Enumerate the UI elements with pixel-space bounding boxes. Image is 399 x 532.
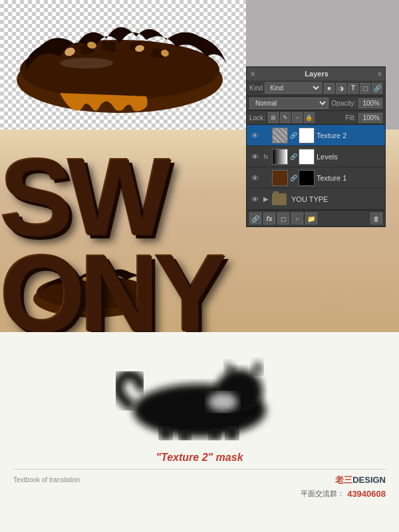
brand-block: 老三DESIGN <box>335 474 386 486</box>
brand-name: 老三 <box>335 475 352 485</box>
layer-eye-texture1[interactable]: 👁 <box>249 173 260 183</box>
filter-icons: ■ ◑ T ▢ 🔗 <box>324 83 382 94</box>
delete-layer-btn[interactable]: 🗑 <box>370 213 382 224</box>
add-mask-btn[interactable]: ◻ <box>277 213 289 224</box>
layer-expand-youtype[interactable]: ▶ <box>262 194 270 205</box>
opacity-label: Opacity: <box>331 100 356 107</box>
layer-mask-texture2 <box>299 128 315 143</box>
caption-row: "Texture 2" mask <box>13 452 386 464</box>
layer-link-texture2[interactable]: 🔗 <box>290 130 297 141</box>
blend-mode-row: Normal Opacity: 100% <box>247 96 385 111</box>
lock-icons: ⊞ ✎ ↔ 🔒 <box>268 112 315 123</box>
blend-mode-dropdown[interactable]: Normal <box>249 98 329 109</box>
section-divider <box>13 469 386 470</box>
layer-name-youtype: YOU TYPE <box>291 195 382 203</box>
wechat-label: 平面交流群： <box>301 489 344 499</box>
svg-marker-23 <box>251 359 263 374</box>
layer-thumb-texture2 <box>272 128 288 143</box>
layer-thumb-levels <box>272 149 288 165</box>
wechat-row: 平面交流群： 43940608 <box>13 489 386 499</box>
mask-canvas <box>93 347 306 440</box>
layers-panel: ✕ Layers ≡ Kind Kind ■ ◑ T ▢ 🔗 Normal Op… <box>246 66 386 227</box>
canvas-area: SW ONY ✕ Layers ≡ Kind Kind ■ ◑ T ▢ 🔗 <box>0 0 399 332</box>
add-group-btn[interactable]: 📁 <box>305 213 317 224</box>
fill-value[interactable]: 100% <box>358 113 382 123</box>
layer-row-texture1[interactable]: 👁 🔗 Texture 1 <box>247 167 385 189</box>
layer-folder-icon-youtype <box>272 193 287 205</box>
layer-row-texture2[interactable]: 👁 🔗 Texture 2 <box>247 125 385 146</box>
footer-row: Textbook of translation 老三DESIGN <box>13 474 386 486</box>
panel-close-icon[interactable]: ✕ <box>250 70 255 78</box>
candy-bar-image <box>7 7 233 123</box>
wechat-number: 43940608 <box>347 489 386 499</box>
layer-name-levels: Levels <box>317 153 382 161</box>
brand-suffix: DESIGN <box>352 475 386 485</box>
layer-row-youtype[interactable]: 👁 ▶ YOU TYPE <box>247 189 385 210</box>
link-layers-btn[interactable]: 🔗 <box>249 213 261 224</box>
lock-transparent-btn[interactable]: ⊞ <box>268 112 279 123</box>
lock-label: Lock: <box>249 114 265 122</box>
layer-thumb-texture1 <box>272 170 288 186</box>
mask-caption: "Texture 2" mask <box>156 452 243 464</box>
svg-point-24 <box>208 393 237 411</box>
filter-pixel-btn[interactable]: ■ <box>324 83 334 94</box>
lock-move-btn[interactable]: ↔ <box>292 112 303 123</box>
layer-chain-texture1 <box>262 173 270 183</box>
add-style-btn[interactable]: fx <box>263 213 275 224</box>
info-section: "Texture 2" mask Textbook of translation… <box>0 332 399 532</box>
layer-eye-texture2[interactable]: 👁 <box>249 130 260 141</box>
layer-chain-levels: fx <box>262 151 270 162</box>
layer-link-levels[interactable]: 🔗 <box>290 151 297 162</box>
filter-shape-btn[interactable]: ▢ <box>360 83 370 94</box>
svg-rect-21 <box>226 426 238 440</box>
layer-chain-texture2 <box>262 130 270 141</box>
svg-point-10 <box>60 58 113 68</box>
lock-fill-row: Lock: ⊞ ✎ ↔ 🔒 Fill: 100% <box>247 111 385 125</box>
add-adjustment-btn[interactable]: ○ <box>291 213 303 224</box>
layer-name-texture1: Texture 1 <box>317 174 382 182</box>
layers-filter-row: Kind Kind ■ ◑ T ▢ 🔗 <box>247 80 385 96</box>
opacity-value[interactable]: 100% <box>358 98 382 108</box>
footer-right: 老三DESIGN <box>335 474 386 486</box>
filter-dropdown[interactable]: Kind <box>265 82 322 94</box>
layer-mask-levels <box>299 149 315 165</box>
layer-name-texture2: Texture 2 <box>317 132 382 139</box>
layers-titlebar: ✕ Layers ≡ <box>247 67 385 80</box>
layer-eye-youtype[interactable]: 👁 <box>249 194 260 205</box>
filter-adj-btn[interactable]: ◑ <box>336 83 346 94</box>
layer-mask-texture1 <box>299 170 315 186</box>
chocolate-text-ony: ONY <box>0 239 222 332</box>
layer-eye-levels[interactable]: 👁 <box>249 151 260 162</box>
mask-preview-area <box>13 342 386 445</box>
layers-title-text: Layers <box>255 70 378 78</box>
layer-link-texture1[interactable]: 🔗 <box>290 173 297 183</box>
layers-list: 👁 🔗 Texture 2 👁 fx 🔗 <box>247 125 385 210</box>
footer-label: Textbook of translation <box>13 476 80 484</box>
lock-paint-btn[interactable]: ✎ <box>280 112 291 123</box>
filter-label: Kind <box>249 84 263 92</box>
fill-label: Fill: <box>345 114 356 122</box>
filter-smart-btn[interactable]: 🔗 <box>372 83 382 94</box>
layers-toolbar: 🔗 fx ◻ ○ 📁 🗑 <box>247 210 385 226</box>
lock-all-btn[interactable]: 🔒 <box>304 112 315 123</box>
svg-rect-18 <box>160 426 172 440</box>
svg-rect-20 <box>209 427 220 440</box>
panel-menu-icon[interactable]: ≡ <box>378 70 382 78</box>
svg-rect-19 <box>180 428 190 440</box>
layer-row-levels[interactable]: 👁 fx 🔗 Levels <box>247 146 385 167</box>
filter-type-btn[interactable]: T <box>348 83 358 94</box>
